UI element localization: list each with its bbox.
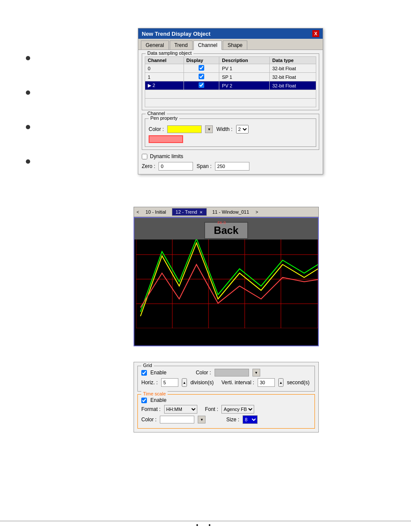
tab-trend[interactable]: Trend (170, 40, 193, 50)
grid-color-dropdown[interactable]: ▼ (252, 369, 260, 376)
dialog-titlebar: New Trend Display Object X (138, 28, 323, 39)
table-row[interactable]: 0 PV 1 32-bit Float (145, 64, 316, 73)
tab-general[interactable]: General (141, 40, 169, 50)
grid-enable-row: Enable Color : ▼ (141, 369, 311, 376)
row-arrow: ▶ 2 (145, 81, 184, 90)
table-row[interactable]: 1 SP 1 32-bit Float (145, 73, 316, 81)
size-select[interactable]: 8 10 12 (243, 415, 258, 424)
dialog-title: New Trend Display Object (142, 31, 211, 37)
bullet-3 (26, 125, 30, 129)
tab-close-icon[interactable]: ✕ (199, 210, 203, 215)
pen-property-label: Pen property (149, 115, 179, 121)
cell-display[interactable] (184, 73, 219, 81)
timescale-section: Time scale Enable Format : HH:MM HH:MM:S… (137, 394, 315, 429)
color-dropdown-button[interactable]: ▼ (205, 125, 213, 133)
verti-label: Verti. interval : (221, 380, 254, 386)
tab-trend-active[interactable]: 12 - Trend ✕ (172, 208, 207, 216)
zero-span-row: Zero : Span : (142, 162, 319, 171)
font-label: Font : (205, 406, 218, 412)
format-select[interactable]: HH:MM HH:MM:SS MM:SS (164, 405, 197, 414)
grid-color-label: Color : (196, 370, 211, 376)
verti-spinner-up[interactable]: ▲ (278, 378, 283, 387)
grid-enable-checkbox[interactable] (141, 370, 147, 376)
grid-section-label: Grid (141, 363, 154, 368)
ts-enable-label: Enable (150, 397, 166, 403)
width-label: Width : (216, 126, 232, 132)
timescale-label: Time scale (141, 391, 168, 396)
horiz-label: Horiz. : (141, 380, 158, 386)
back-button[interactable]: Back (204, 222, 248, 239)
footer-dots: • • (0, 522, 411, 529)
verti-input[interactable] (258, 378, 275, 387)
color2-label: Color : (141, 417, 156, 423)
cell-dtype: 32-bit Float (269, 81, 316, 90)
trend-chart-svg (136, 230, 318, 328)
cell-dtype: 32-bit Float (269, 64, 316, 73)
ts-enable-checkbox[interactable] (141, 398, 147, 403)
width-select[interactable]: 2 1 3 4 (236, 125, 249, 134)
new-trend-dialog: New Trend Display Object X General Trend… (138, 28, 323, 174)
dynamic-limits-checkbox[interactable] (142, 154, 147, 159)
tab-arrow-left[interactable]: < (136, 210, 140, 215)
span-input[interactable] (215, 162, 249, 171)
dynamic-limits-row: Dynamic limits (142, 153, 319, 159)
col-datatype: Data type (269, 57, 316, 64)
cell-display[interactable] (184, 81, 219, 90)
fk-label: FK 0 (218, 221, 226, 225)
tab-initial[interactable]: 10 - Initial (142, 208, 170, 216)
horiz-input[interactable] (161, 378, 178, 387)
cell-display[interactable] (184, 64, 219, 73)
ts-format-row: Format : HH:MM HH:MM:SS MM:SS Font : Age… (141, 405, 311, 414)
cell-channel: 1 (145, 73, 184, 81)
grid-color-swatch (215, 369, 249, 376)
color-label: Color : (149, 126, 164, 132)
color-swatch-yellow (167, 125, 202, 133)
trend-viewer-area: < 10 - Initial 12 - Trend ✕ 11 - Window_… (134, 207, 319, 346)
cell-desc: PV 2 (219, 81, 270, 90)
data-sampling-section: Data sampling object Channel Display Des… (142, 53, 319, 110)
footer-line (0, 521, 411, 521)
zero-input[interactable] (159, 162, 193, 171)
grid-section: Grid Enable Color : ▼ Horiz. : ▲ divisio… (137, 366, 315, 392)
ts-color-swatch (160, 416, 194, 423)
tab-channel[interactable]: Channel (193, 40, 222, 50)
grid-panel: Grid Enable Color : ▼ Horiz. : ▲ divisio… (134, 362, 319, 432)
font-select[interactable]: Agency FB Arial (221, 405, 254, 414)
pen-property-section: Pen property Color : ▼ Width : 2 1 3 4 (145, 118, 316, 147)
ts-color-dropdown[interactable]: ▼ (198, 416, 206, 423)
trend-display: TD_0 MM/DD/YY FK 0 Back (134, 217, 319, 346)
dialog-content: Data sampling object Channel Display Des… (138, 50, 323, 174)
table-row-selected[interactable]: ▶ 2 PV 2 32-bit Float (145, 81, 316, 90)
cell-dtype: 32-bit Float (269, 73, 316, 81)
trend-tabbar: < 10 - Initial 12 - Trend ✕ 11 - Window_… (134, 207, 319, 217)
bullet-list (26, 56, 30, 164)
dialog-close-button[interactable]: X (312, 30, 319, 37)
color-preview-pink (149, 135, 183, 143)
tab-shape[interactable]: Shape (223, 40, 247, 50)
col-description: Description (219, 57, 270, 64)
data-sampling-label: Data sampling object (146, 50, 193, 56)
tab-arrow-right[interactable]: > (255, 210, 259, 215)
table-row-empty (145, 99, 316, 107)
cell-desc: PV 1 (219, 64, 270, 73)
channel-section: Channel Pen property Color : ▼ Width : 2… (142, 114, 319, 150)
tab-window011[interactable]: 11 - Window_011 (209, 208, 253, 216)
grid-enable-label: Enable (150, 370, 166, 376)
col-display: Display (184, 57, 219, 64)
dynamic-limits-label: Dynamic limits (150, 153, 183, 159)
ts-color-row: Color : ▼ Size : 8 10 12 (141, 415, 311, 424)
size-label: Size : (226, 417, 239, 423)
dialog-tab-bar: General Trend Channel Shape (138, 39, 323, 50)
bullet-4 (26, 159, 30, 164)
color-row: Color : ▼ Width : 2 1 3 4 (149, 125, 312, 134)
bullet-2 (26, 90, 30, 95)
span-label: Span : (196, 163, 212, 169)
cell-channel: 0 (145, 64, 184, 73)
cell-desc: SP 1 (219, 73, 270, 81)
horiz-spinner-up[interactable]: ▲ (182, 378, 187, 387)
format-label: Format : (141, 406, 161, 412)
divisions-label: division(s) (190, 380, 214, 386)
ts-enable-row: Enable (141, 397, 311, 403)
channel-table: Channel Display Description Data type 0 … (145, 56, 316, 107)
trend-bottom-bar: FK 0 Back (134, 218, 318, 240)
